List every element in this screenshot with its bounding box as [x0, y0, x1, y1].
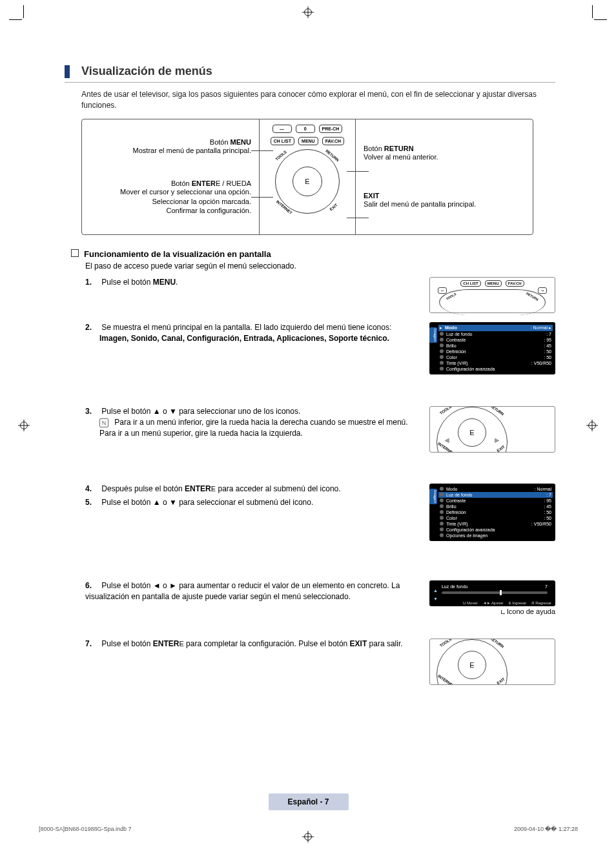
- callout-enter: Botón ENTERE / RUEDA Mover el cursor y s…: [90, 179, 251, 215]
- help-caption: Icono de ayuda: [429, 608, 555, 615]
- subheading: Funcionamiento de la visualización en pa…: [71, 249, 555, 259]
- step-1-illustration: CH LIST MENU FAV.CH ↩ ↪ TOOLS RETURN: [429, 277, 555, 313]
- print-footer: [8000-SA]BN68-01988G-Spa.indb 7 2009-04-…: [39, 826, 578, 832]
- remote-prech-button: PRE-CH: [319, 125, 343, 133]
- help-item: ◄► Ajustar: [483, 601, 504, 605]
- step-4-osd: Imagen Modo: NormalLuz de fondo: 7Contra…: [429, 484, 555, 541]
- osd-row: Contraste: 95: [438, 337, 553, 343]
- subheading-text: Funcionamiento de la visualización en pa…: [84, 249, 271, 259]
- print-footer-left: [8000-SA]BN68-01988G-Spa.indb 7: [39, 826, 132, 832]
- subheading-desc: El paso de acceso puede variar según el …: [85, 261, 555, 271]
- square-bullet-icon: [71, 249, 79, 257]
- note-icon: N: [99, 418, 108, 427]
- osd-side-tab: Imagen: [429, 327, 437, 343]
- callout-return-label: Botón RETURN: [364, 145, 525, 152]
- step-6-adjust-osd: ▲ Luz de fondo 7 ▼ U Mover◄► AjustarE In…: [429, 580, 555, 606]
- step-2-osd: Imagen ▸ Modo: Normal ▸Luz de fondo: 7Co…: [429, 322, 555, 374]
- wheel-label-tools: TOOLS: [274, 150, 287, 161]
- step-4-5: 4. Después pulse el botón ENTERE para ac…: [85, 484, 408, 509]
- print-footer-right: 2009-04-10 �� 1:27:28: [514, 826, 578, 832]
- arrow-up-icon: ▲: [433, 588, 438, 593]
- wheel-label-exit: EXIT: [329, 203, 338, 211]
- remote-enter-button: E: [293, 167, 322, 196]
- callout-enter-label: Botón ENTERE / RUEDA: [90, 179, 251, 187]
- osd-row: Opciones de imagen: [438, 533, 553, 538]
- heading-underline: [65, 82, 555, 83]
- remote-diagram: Botón MENU Mostrar el menú de pantalla p…: [81, 119, 533, 235]
- osd-row: Tinte (V/R): V50/R50: [438, 521, 553, 527]
- heading-text: Visualización de menús: [81, 65, 212, 78]
- register-mark-icon: [586, 420, 598, 431]
- mini-favch-button: FAV.CH: [506, 280, 524, 287]
- osd-row: Contraste: 95: [438, 498, 553, 504]
- osd-row: Configuración avanzada: [438, 527, 553, 533]
- remote-minus-button: —: [272, 125, 292, 133]
- osd-row: Modo: Normal: [438, 486, 553, 492]
- remote-chlist-button: CH LIST: [271, 137, 294, 145]
- callout-exit: EXIT Salir del menú de pantalla principa…: [364, 192, 525, 209]
- help-item: E Ingresar: [509, 601, 527, 605]
- step-3: 3. Pulse el botón ▲ o ▼ para seleccionar…: [85, 406, 408, 440]
- osd-row: Configuración avanzada: [438, 366, 553, 372]
- mini-chlist-button: CH LIST: [460, 280, 480, 287]
- osd-row: Definición: 50: [438, 349, 553, 354]
- step-7-illustration: E TOOLS RETURN INTERNET EXIT: [429, 639, 555, 685]
- step-7: 7. Pulse el botón ENTERE para completar …: [85, 639, 421, 650]
- callout-exit-label: EXIT: [364, 192, 379, 199]
- osd-row: Color: 50: [438, 354, 553, 360]
- mini-tools-button: ↩: [438, 287, 447, 294]
- remote-favch-button: FAV.CH: [322, 137, 345, 145]
- mini-return-button: ↪: [538, 287, 547, 294]
- arrow-down-icon: ▼: [433, 597, 438, 601]
- osd-row: Color: 50: [438, 515, 553, 521]
- section-heading: Visualización de menús: [65, 65, 555, 78]
- callout-return: Botón RETURN Volver al menú anterior.: [364, 145, 525, 161]
- adjust-label: Luz de fondo: [442, 584, 467, 589]
- arrow-left-icon: ◀: [444, 436, 449, 444]
- osd-row: Brillo: 45: [438, 504, 553, 509]
- osd-row: Tinte (V/R): V50/R50: [438, 360, 553, 366]
- adjust-value: 7: [545, 584, 548, 589]
- osd-side-tab: Imagen: [429, 489, 437, 504]
- callout-menu-label: Botón MENU: [210, 138, 251, 146]
- step-1: 1. Pulse el botón MENU.: [85, 277, 408, 288]
- osd-row: Definición: 50: [438, 509, 553, 515]
- osd-row: Luz de fondo: 7: [438, 331, 553, 337]
- callout-menu-desc: Mostrar el menú de pantalla principal.: [90, 146, 251, 155]
- step-6: 6. Pulse el botón ◄ o ► para aumentar o …: [85, 580, 408, 603]
- arrow-right-icon: ▶: [495, 436, 500, 444]
- heading-marker-icon: [65, 65, 70, 78]
- callout-return-desc: Volver al menú anterior.: [364, 152, 525, 161]
- remote-wheel: E TOOLS RETURN INTERNET EXIT: [275, 149, 340, 214]
- osd-row: ▸ Modo: Normal ▸: [438, 325, 553, 331]
- help-item: U Mover: [463, 601, 478, 605]
- osd-row: Luz de fondo: 7: [438, 492, 553, 498]
- step-3-illustration: E TOOLS RETURN INTERNET EXIT ◀ ▶: [429, 406, 555, 453]
- mini-menu-button: MENU: [485, 280, 502, 287]
- intro-text: Antes de usar el televisor, siga los pas…: [81, 89, 555, 111]
- callout-exit-desc: Salir del menú de pantalla principal.: [364, 199, 525, 209]
- osd-row: Brillo: 45: [438, 343, 553, 349]
- register-mark-icon: [18, 420, 30, 431]
- remote-menu-button: MENU: [298, 137, 318, 145]
- page-footer: Español - 7: [268, 793, 348, 810]
- step-2: 2. Se muestra el menú principal en la pa…: [85, 322, 408, 345]
- help-item: R Regresar: [531, 601, 551, 605]
- remote-zero-button: 0: [296, 125, 315, 133]
- wheel-label-return: RETURN: [325, 148, 340, 162]
- wheel-label-internet: INTERNET: [276, 199, 293, 215]
- callout-enter-desc: Mover el cursor y seleccionar una opción…: [90, 187, 251, 215]
- remote-illustration: — 0 PRE-CH CH LIST MENU FAV.CH E TOOLS R…: [259, 119, 356, 234]
- callout-menu: Botón MENU Mostrar el menú de pantalla p…: [90, 138, 251, 155]
